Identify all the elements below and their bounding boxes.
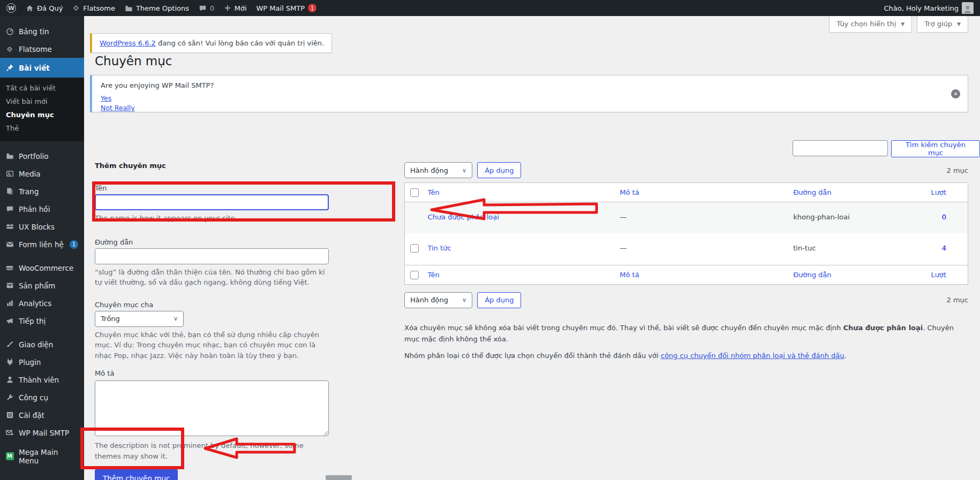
help-button[interactable]: Trợ giúp ▼ (917, 15, 968, 33)
select-all-checkbox[interactable] (410, 188, 419, 197)
dismiss-notice-button[interactable]: ✕ (951, 89, 960, 98)
bulk-action-select[interactable]: Hành động ∨ (404, 292, 472, 308)
user-icon (5, 376, 14, 384)
sidebar-item-dashboard[interactable]: Bảng tin (0, 22, 84, 40)
search-categories-input[interactable] (793, 140, 888, 156)
sidebar-item-tools[interactable]: Công cụ (0, 388, 84, 406)
table-row: Chưa được phân loại — khong-phan-loai 0 (405, 202, 968, 233)
update-notice-text: đang có sẵn! Vui lòng báo cáo với quản t… (158, 39, 324, 47)
sort-by-description-header[interactable]: Mô tả (620, 188, 639, 196)
sort-by-count-header[interactable]: Lượt (931, 271, 946, 279)
wp-mail-smtp-menu[interactable]: WP Mail SMTP 1 (257, 4, 317, 12)
sidebar-item-users[interactable]: Thành viên (0, 371, 84, 388)
default-category-name: Chưa được phân loại (843, 324, 923, 332)
sort-by-slug-header[interactable]: Đường dẫn (793, 271, 831, 279)
sidebar-item-products[interactable]: Sản phẩm (0, 277, 84, 294)
category-name-link[interactable]: Chưa được phân loại (427, 213, 499, 221)
flatsome-icon (5, 45, 14, 53)
avatar (962, 2, 974, 14)
sidebar-item-marketing[interactable]: Tiếp thị (0, 312, 84, 330)
category-slug-input[interactable] (95, 248, 329, 264)
sidebar-item-comments[interactable]: Phản hồi (0, 200, 84, 218)
apply-button[interactable]: Áp dụng (477, 292, 521, 308)
sidebar-item-flatsome[interactable]: Flatsome (0, 40, 84, 58)
contact-form-badge: 1 (70, 240, 78, 249)
comments-menu[interactable]: 0 (199, 4, 214, 12)
sidebar-item-woocommerce[interactable]: WOO WooCommerce (0, 259, 84, 277)
tag-converter-link[interactable]: công cụ chuyển đổi nhóm phân loại và thẻ… (661, 352, 845, 360)
sidebar-item-appearance[interactable]: Giao diện (0, 336, 84, 353)
sidebar-item-wp-mail-smtp[interactable]: WP Mail SMTP (0, 424, 84, 441)
new-content-menu[interactable]: + Mới (224, 4, 246, 12)
pages-icon (5, 187, 14, 195)
submenu-item-tags[interactable]: Thẻ (0, 121, 84, 135)
bulk-action-select[interactable]: Hành động ∨ (404, 162, 472, 178)
apply-button[interactable]: Áp dụng (477, 162, 521, 178)
category-post-count-link[interactable]: 4 (942, 244, 946, 252)
smtp-yes-link[interactable]: Yes (101, 94, 111, 102)
bottom-scrollbar-thumb[interactable] (326, 475, 352, 480)
close-icon: ✕ (953, 92, 958, 97)
posts-submenu: Tất cả bài viết Viết bài mới Chuyên mục … (0, 78, 84, 141)
blocks-grid-icon (5, 223, 14, 231)
search-categories-button[interactable]: Tìm kiếm chuyên mục (891, 140, 980, 157)
screen-options-button[interactable]: Tùy chọn hiển thị ▼ (829, 15, 912, 33)
sort-by-name-header[interactable]: Tên (427, 188, 439, 196)
sidebar-item-settings[interactable]: Cài đặt (0, 406, 84, 424)
wordpress-version-link[interactable]: WordPress 6.6.2 (100, 39, 156, 47)
sidebar-item-media[interactable]: Media (0, 165, 84, 182)
home-icon (26, 4, 34, 12)
category-description-textarea[interactable] (95, 380, 329, 436)
sidebar-item-label: Portfolio (19, 152, 49, 161)
sort-by-count-header[interactable]: Lượt (931, 188, 946, 196)
delete-note: Xóa chuyên mục sẽ không xóa bài viết tro… (404, 322, 968, 345)
category-post-count-link[interactable]: 0 (942, 213, 946, 221)
sidebar-item-contact-form[interactable]: Form liên hệ 1 (0, 235, 84, 253)
sidebar-item-portfolio[interactable]: Portfolio (0, 147, 84, 165)
sidebar-item-label: Form liên hệ (19, 240, 64, 249)
notification-badge: 1 (308, 4, 316, 12)
product-box-icon (5, 281, 14, 289)
parent-category-select[interactable]: Trống ∨ (95, 311, 184, 327)
wordpress-logo-icon: W (6, 3, 16, 13)
my-account-menu[interactable]: Chào, Holy Marketing (884, 2, 974, 14)
sidebar-item-posts[interactable]: Bài viết (0, 58, 84, 78)
smtp-feedback-notice: Are you enjoying WP Mail SMTP? Yes Not R… (90, 75, 968, 112)
theme-options-menu[interactable]: Theme Options (125, 4, 189, 12)
envelope-icon (5, 240, 14, 248)
site-name-menu[interactable]: Đá Quý (26, 4, 63, 12)
sidebar-item-label: Phản hồi (19, 205, 50, 214)
sidebar-item-label: Thành viên (19, 376, 59, 384)
sidebar-item-analytics[interactable]: Analytics (0, 294, 84, 312)
sidebar-item-pages[interactable]: Trang (0, 182, 84, 200)
sidebar-item-label: Flatsome (19, 45, 52, 54)
submenu-item-categories[interactable]: Chuyên mục (0, 108, 84, 121)
add-category-submit-button[interactable]: Thêm chuyên mục (95, 469, 178, 480)
row-checkbox[interactable] (410, 244, 419, 253)
wordpress-admin-categories-screen: W Đá Quý Flatsome Theme Options 0 (0, 0, 980, 480)
items-count: 2 mục (947, 296, 968, 304)
category-name-input[interactable] (95, 194, 329, 210)
select-all-checkbox[interactable] (410, 271, 419, 279)
sort-by-description-header[interactable]: Mô tả (620, 271, 639, 279)
mega-menu-icon: M (5, 452, 14, 460)
sidebar-item-mega-main-menu[interactable]: M Mega Main Menu (0, 447, 84, 465)
screen-options-label: Tùy chọn hiển thị (836, 20, 896, 28)
submenu-item-add-new[interactable]: Viết bài mới (0, 95, 84, 108)
category-name-link[interactable]: Tin tức (427, 244, 451, 252)
settings-sliders-icon (5, 411, 14, 419)
sidebar-item-plugins[interactable]: Plugin (0, 353, 84, 371)
site-name-label: Đá Quý (37, 4, 63, 12)
sidebar-item-label: Analytics (19, 299, 51, 308)
wp-logo-menu[interactable]: W (6, 3, 16, 13)
submenu-item-all-posts[interactable]: Tất cả bài viết (0, 81, 84, 95)
bulk-actions-bottom: Hành động ∨ Áp dụng 2 mục (404, 292, 968, 309)
sidebar-item-label: Media (19, 170, 41, 178)
flatsome-menu[interactable]: Flatsome (72, 4, 115, 12)
sidebar-item-ux-blocks[interactable]: UX Blocks (0, 218, 84, 235)
sidebar-item-label: Trang (19, 187, 39, 196)
smtp-not-really-link[interactable]: Not Really (101, 104, 135, 112)
paintbrush-icon (5, 340, 14, 348)
sort-by-name-header[interactable]: Tên (427, 271, 439, 279)
sort-by-slug-header[interactable]: Đường dẫn (793, 188, 831, 196)
